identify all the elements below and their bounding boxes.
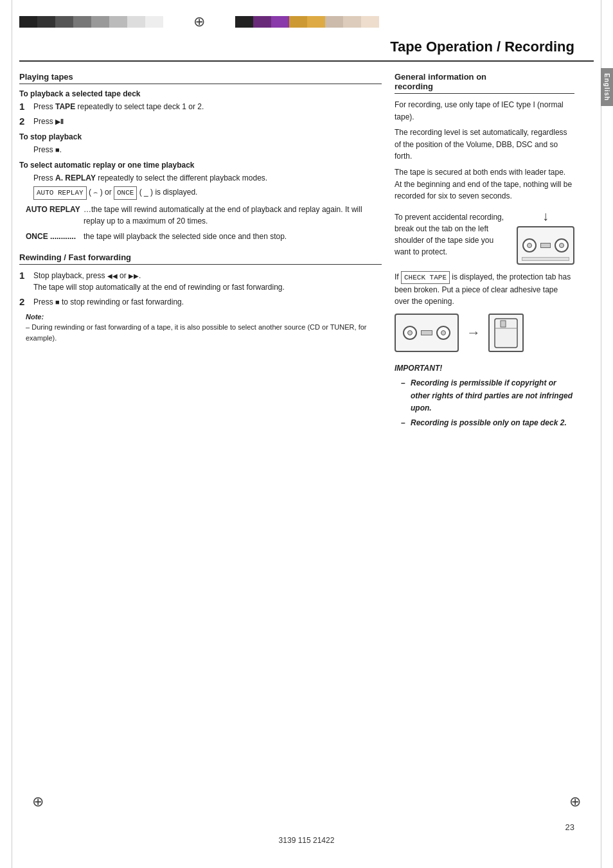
recording-heading: General information onrecording [395,72,574,94]
rewind-step-2-number: 2 [19,296,30,307]
important-title: IMPORTANT! [395,362,574,375]
step-1-content: Press TAPE repeatedly to select tape dec… [33,101,382,112]
compass-icon: ⊕ [189,12,209,32]
auto-replay-desc: …the tape will rewind automatically at t… [84,204,382,227]
playing-tapes-heading: Playing tapes [19,72,382,84]
important-item-1: – Recording is permissible if copyright … [401,377,574,414]
cassette-reel-inner-left [527,243,532,248]
cassette-reel-2-right [436,326,450,340]
tape-diagram-2: → [395,314,574,352]
arrow-down-icon: ↓ [542,209,549,224]
rewind-step-1-subtext: The tape will stop automatically at the … [33,283,285,292]
cassette-reel-right [555,238,569,252]
rewind-step-1-number: 1 [19,270,30,281]
page-title: Tape Operation / Recording [39,39,574,55]
cassette-reel-2-inner-left [407,330,413,335]
auto-replay-label: AUTO REPLAY [26,204,84,227]
language-tab: English [601,68,613,106]
step-2-content: Press II [33,116,382,127]
cassette-reel-inner-right [559,243,564,248]
left-column: Playing tapes To playback a selected tap… [19,68,382,432]
recording-para-3: The tape is secured at both ends with le… [395,166,574,202]
note-dash: – [26,323,30,331]
auto-replay-row: AUTO REPLAY …the tape will rewind automa… [26,204,382,227]
important-item-2-text: Recording is possible only on tape deck … [411,417,567,429]
cassette-reel-2-inner-right [441,330,446,335]
page-title-bar: Tape Operation / Recording [19,32,594,62]
step-1-number: 1 [19,101,30,112]
left-color-strip [19,16,163,28]
important-item-2: – Recording is possible only on tape dec… [401,417,574,429]
cassette-reel-2-left [403,326,417,340]
rewind-step-2: 2 Press to stop rewinding or fast forwar… [19,296,382,308]
stop-icon-rewind [55,298,60,306]
recording-para-2: The recording level is set automatically… [395,127,574,163]
rewind-step-1-content: Stop playback, press or . The tape will … [33,270,382,293]
tape-diagram-1: To prevent accidental recording, break o… [395,209,574,265]
note-title: Note: [26,312,382,323]
once-display: ONCE [114,186,137,200]
rewind-icon [107,272,118,279]
stop-playback-text: Press . [33,144,382,155]
prevent-recording-text: To prevent accidental recording, break o… [395,211,509,258]
check-tape-text: If CHECK TAPE is displayed, the protecti… [395,271,574,308]
step-1-playback: 1 Press TAPE repeatedly to select tape d… [19,101,382,112]
bottom-compass-bar: ⊕ ⊕ [0,787,613,817]
important-block: IMPORTANT! – Recording is permissible if… [395,362,574,429]
tab-detail-box [488,314,524,352]
right-column: General information onrecording For reco… [395,68,594,432]
playback-subheading: To playback a selected tape deck [19,89,382,98]
check-tape-display: CHECK TAPE [401,271,450,285]
note-text: – During rewinding or fast forwarding of… [26,322,382,343]
step-2-number: 2 [19,116,30,127]
important-dash-2: – [401,417,407,429]
rewind-step-1: 1 Stop playback, press or . The tape wil… [19,270,382,293]
rewind-step-2-content: Press to stop rewinding or fast forwardi… [33,296,382,308]
right-color-strip [235,16,379,28]
cassette-reel-left [522,238,537,252]
cassette-label [522,257,569,261]
note-block: Note: – During rewinding or fast forward… [26,312,382,344]
stop-icon-inline [55,146,60,154]
important-dash-1: – [401,377,407,414]
rewind-heading: Rewinding / Fast forwarding [19,252,382,265]
top-decorative-bar: ⊕ [0,0,613,32]
stop-playback-subheading: To stop playback [19,132,382,141]
tape-cassette-diagram-1: ↓ [517,209,574,265]
recording-para-1: For recording, use only tape of IEC type… [395,99,574,123]
pause-icon: II [60,118,63,125]
once-label: ONCE ............ [26,231,84,242]
document-number: 3139 115 21422 [0,833,613,855]
a-replay-label: A. REPLAY [55,173,96,182]
important-item-1-text: Recording is permissible if copyright or… [411,377,574,414]
cassette-window-2 [421,330,432,335]
fastforward-icon [129,272,139,279]
auto-replay-intro: Press A. REPLAY repeatedly to select the… [33,172,382,184]
tape-label: TAPE [55,102,75,111]
cassette-box-2 [395,314,459,352]
arrow-right-icon: → [466,324,481,341]
compass-bottom-right: ⊕ [569,793,581,810]
svg-rect-2 [501,321,506,327]
play-icon [55,118,60,125]
once-desc: the tape will playback the selected side… [84,231,382,242]
step-2-playback: 2 Press II [19,116,382,127]
cassette-window [540,243,551,248]
auto-replay-display: AUTO REPLAY [33,186,87,200]
tab-svg [492,315,520,351]
compass-bottom-left: ⊕ [32,793,44,810]
replay-modes-block: AUTO REPLAY …the tape will rewind automa… [26,204,382,242]
once-row: ONCE ............ the tape will playback… [26,231,382,242]
cassette-box-1 [517,226,574,265]
auto-replay-subheading: To select automatic replay or one time p… [19,161,382,170]
display-modes-text: AUTO REPLAY ( ⌢ ) or ONCE ( _ ) is displ… [33,186,382,200]
